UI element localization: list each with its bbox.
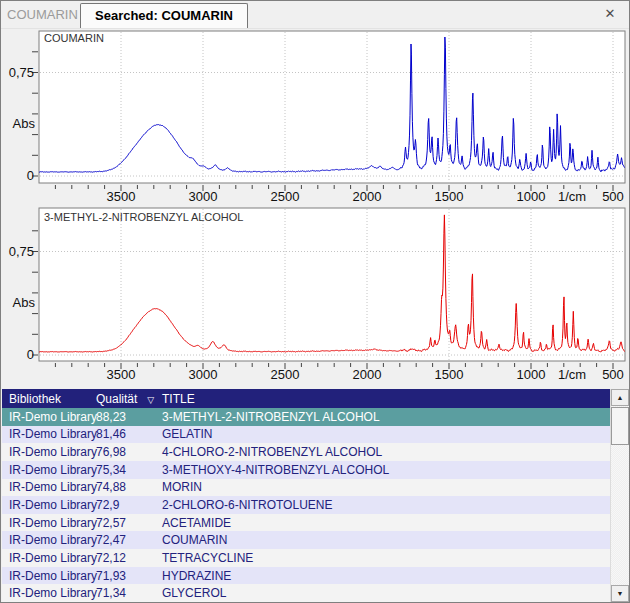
x-tick-label: 1500 (435, 367, 464, 382)
search-results-table: BibliothekQualität▽TITLE IR-Demo Library… (2, 389, 629, 602)
cell-library: IR-Demo Library (2, 445, 90, 459)
cell-quality: 88,23 (90, 410, 155, 424)
cell-quality: 72,57 (90, 516, 155, 530)
table-row[interactable]: IR-Demo Library88,233-METHYL-2-NITROBENZ… (2, 408, 610, 426)
cell-title: COUMARIN (155, 533, 610, 547)
table-content: BibliothekQualität▽TITLE IR-Demo Library… (2, 389, 610, 602)
table-row[interactable]: IR-Demo Library71,34GLYCEROL (2, 584, 610, 602)
cell-library: IR-Demo Library (2, 569, 90, 583)
column-header-bibliothek[interactable]: Bibliothek (2, 392, 90, 406)
cell-quality: 72,9 (90, 498, 155, 512)
x-axis-unit: 1/cm (558, 367, 586, 382)
tab-coumarin[interactable]: COUMARIN (1, 2, 80, 28)
x-tick-label: 3000 (189, 367, 218, 382)
x-tick-label: 1000 (517, 367, 546, 382)
cell-library: IR-Demo Library (2, 480, 90, 494)
table-row[interactable]: IR-Demo Library74,88MORIN (2, 479, 610, 497)
x-tick-label: 3500 (107, 367, 136, 382)
cell-library: IR-Demo Library (2, 516, 90, 530)
spectrum-plot-coumarin[interactable]: 0,750Abs3500300025002000150010005001/cm (1, 29, 630, 207)
arrow-down-icon: ▼ (617, 590, 624, 597)
x-tick-label: 2500 (271, 189, 300, 204)
cell-title: 3-METHOXY-4-NITROBENZYL ALCOHOL (155, 463, 610, 477)
sort-descending-icon[interactable]: ▽ (147, 395, 154, 405)
chart-title-match: 3-METHYL-2-NITROBENZYL ALCOHOL (44, 211, 243, 223)
x-tick-label: 2000 (353, 189, 382, 204)
x-tick-label: 2000 (353, 367, 382, 382)
table-header-row: BibliothekQualität▽TITLE (2, 389, 610, 408)
scroll-up-button[interactable]: ▲ (611, 389, 629, 406)
column-header-title[interactable]: TITLE (155, 392, 610, 406)
table-row[interactable]: IR-Demo Library81,46GELATIN (2, 426, 610, 444)
spectrum-panel-query: 0,750Abs3500300025002000150010005001/cm … (1, 29, 630, 207)
column-header-qualität[interactable]: Qualität▽ (90, 392, 155, 406)
y-tick-label: 0 (27, 347, 34, 362)
table-row[interactable]: IR-Demo Library76,984-CHLORO-2-NITROBENZ… (2, 443, 610, 461)
cell-quality: 71,93 (90, 569, 155, 583)
cell-title: GELATIN (155, 427, 610, 441)
y-tick-label: 0,75 (9, 244, 34, 259)
cell-library: IR-Demo Library (2, 533, 90, 547)
cell-title: MORIN (155, 480, 610, 494)
spectrum-plot-match[interactable]: 0,750Abs3500300025002000150010005001/cm (1, 207, 630, 389)
table-row[interactable]: IR-Demo Library72,57ACETAMIDE (2, 514, 610, 532)
close-icon[interactable]: ✕ (602, 6, 618, 22)
cell-title: TETRACYCLINE (155, 551, 610, 565)
cell-quality: 75,34 (90, 463, 155, 477)
cell-title: 2-CHLORO-6-NITROTOLUENE (155, 498, 610, 512)
cell-title: GLYCEROL (155, 586, 610, 600)
tab-bar: COUMARIN Searched: COUMARIN ✕ (1, 1, 629, 29)
app-window: COUMARIN Searched: COUMARIN ✕ 0,750Abs35… (0, 0, 630, 603)
cell-quality: 72,12 (90, 551, 155, 565)
table-row[interactable]: IR-Demo Library72,47COUMARIN (2, 531, 610, 549)
table-row[interactable]: IR-Demo Library75,343-METHOXY-4-NITROBEN… (2, 461, 610, 479)
table-scrollbar[interactable]: ▲ ▼ (610, 389, 629, 602)
cell-title: ACETAMIDE (155, 516, 610, 530)
spectrum-panel-match: 0,750Abs3500300025002000150010005001/cm … (1, 207, 630, 389)
table-row[interactable]: IR-Demo Library72,92-CHLORO-6-NITROTOLUE… (2, 496, 610, 514)
x-tick-label: 1000 (517, 189, 546, 204)
x-axis-unit: 1/cm (558, 189, 586, 204)
table-row[interactable]: IR-Demo Library72,12TETRACYCLINE (2, 549, 610, 567)
cell-quality: 71,34 (90, 586, 155, 600)
cell-quality: 81,46 (90, 427, 155, 441)
tab-searched-coumarin[interactable]: Searched: COUMARIN (80, 3, 248, 28)
y-axis-title: Abs (13, 295, 36, 310)
x-tick-label: 2500 (271, 367, 300, 382)
y-axis-title: Abs (13, 116, 36, 131)
table-row[interactable]: IR-Demo Library71,93HYDRAZINE (2, 567, 610, 585)
arrow-up-icon: ▲ (617, 394, 624, 401)
scrollbar-track[interactable] (611, 406, 629, 585)
x-tick-label: 3000 (189, 189, 218, 204)
cell-quality: 72,47 (90, 533, 155, 547)
cell-library: IR-Demo Library (2, 551, 90, 565)
y-tick-label: 0,75 (9, 65, 34, 80)
table-body: IR-Demo Library88,233-METHYL-2-NITROBENZ… (2, 408, 610, 602)
cell-quality: 74,88 (90, 480, 155, 494)
chart-title-coumarin: COUMARIN (44, 32, 104, 44)
cell-library: IR-Demo Library (2, 463, 90, 477)
cell-library: IR-Demo Library (2, 586, 90, 600)
y-tick-label: 0 (27, 168, 34, 183)
cell-title: 4-CHLORO-2-NITROBENZYL ALCOHOL (155, 445, 610, 459)
scroll-down-button[interactable]: ▼ (611, 585, 629, 602)
cell-title: 3-METHYL-2-NITROBENZYL ALCOHOL (155, 410, 610, 424)
cell-library: IR-Demo Library (2, 427, 90, 441)
cell-title: HYDRAZINE (155, 569, 610, 583)
cell-library: IR-Demo Library (2, 498, 90, 512)
x-tick-label: 1500 (435, 189, 464, 204)
x-tick-label: 500 (602, 367, 624, 382)
x-tick-label: 500 (602, 189, 624, 204)
cell-library: IR-Demo Library (2, 410, 90, 424)
cell-quality: 76,98 (90, 445, 155, 459)
scrollbar-thumb[interactable] (611, 407, 629, 445)
x-tick-label: 3500 (107, 189, 136, 204)
